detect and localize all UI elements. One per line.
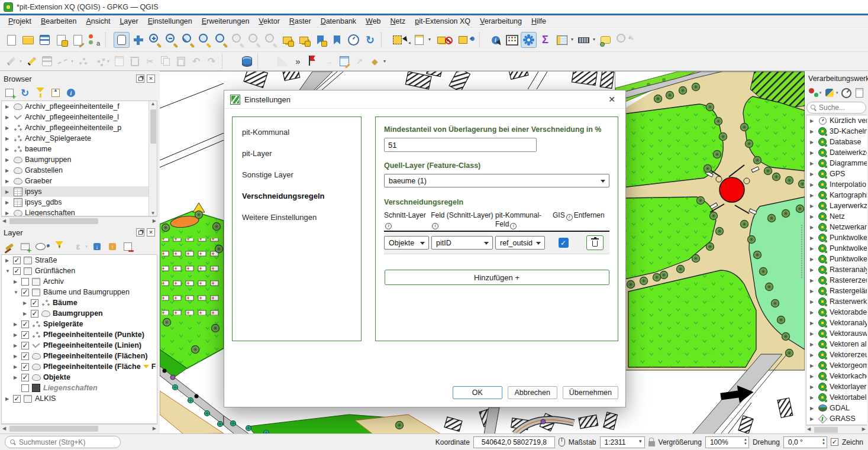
expand-arrow-icon[interactable]: ▶ [810, 310, 815, 315]
open-project-icon[interactable] [20, 32, 36, 48]
modify-attributes-icon[interactable] [112, 54, 127, 69]
layer-item[interactable]: ▼ Bäume und Baumgruppen [2, 287, 157, 297]
float-panel-icon[interactable] [136, 75, 144, 83]
expand-arrow-icon[interactable]: ▶ [810, 182, 815, 187]
toolbar-separator[interactable] [105, 33, 111, 47]
render-checkbox[interactable] [831, 438, 838, 446]
processing-group-item[interactable]: ▶ Vektorkache [806, 371, 867, 381]
expand-arrow-icon[interactable]: ▶ [810, 363, 815, 368]
select-by-form-icon[interactable] [411, 32, 427, 48]
browser-item[interactable]: ▶ Archiv_Spielgeraete [2, 133, 149, 144]
redo-icon[interactable] [204, 54, 219, 69]
expand-arrow-icon[interactable]: ▶ [23, 311, 28, 316]
close-panel-icon[interactable]: ✕ [147, 75, 155, 83]
layer-horizontal-scrollbar[interactable]: ◀▶ [1, 424, 157, 432]
add-selected-layers-icon[interactable] [2, 86, 17, 99]
processing-group-item[interactable]: ▶ Kartographi [806, 190, 867, 200]
apply-button[interactable]: Übernehmen [563, 386, 618, 399]
expand-arrow-icon[interactable]: ▶ [810, 129, 815, 134]
attribute-table-icon[interactable] [554, 32, 570, 48]
new-print-layout-icon[interactable] [53, 32, 69, 48]
expand-arrow-icon[interactable]: ▶ [14, 375, 19, 380]
processing-group-item[interactable]: ▶ Interpolatio [806, 179, 867, 190]
toolbar-separator[interactable] [381, 33, 386, 47]
expand-arrow-icon[interactable]: ▶ [810, 257, 815, 262]
schnitt-layer-select[interactable]: Objekte [384, 236, 429, 250]
menu-item[interactable]: Verarbeitung [475, 16, 527, 27]
layer-item[interactable]: ▶ Archiv [2, 276, 157, 287]
show-bookmarks-icon[interactable] [329, 32, 345, 48]
info-icon[interactable] [432, 223, 438, 229]
processing-group-item[interactable]: ▶ Vektorlayeri [806, 381, 867, 392]
metasearch-icon[interactable] [614, 32, 630, 48]
coordinate-input[interactable]: 540642,0 5802719,8 [473, 436, 555, 448]
processing-group-item[interactable]: ▶ Vektorgeom [806, 360, 867, 371]
expand-arrow-icon[interactable]: ▼ [14, 290, 19, 295]
processing-group-item[interactable]: ▶ Netz [806, 211, 867, 222]
collapse-all-icon[interactable] [105, 240, 120, 253]
layer-visibility-checkbox[interactable] [21, 384, 29, 392]
python-models-icon[interactable] [824, 86, 835, 99]
layer-item[interactable]: ▶ Pflegeeinheitenteile (Fläche F [2, 361, 157, 372]
layer-item[interactable]: ▶ Straße [2, 255, 157, 266]
paste-features-icon[interactable] [173, 54, 188, 69]
toolbox-options-icon[interactable] [807, 86, 819, 99]
menu-item[interactable]: Datenbank [316, 16, 361, 27]
browser-item[interactable]: ▶ ipsys_gdbs [2, 197, 149, 208]
manage-map-themes-icon[interactable] [33, 240, 47, 253]
statistical-summary-icon[interactable] [504, 32, 520, 48]
layer-item[interactable]: ▶ Objekte [2, 372, 157, 383]
layer-styling-icon[interactable] [2, 240, 17, 253]
processing-group-item[interactable]: ▶ Dateiwerkze [806, 147, 867, 158]
expand-arrow-icon[interactable]: ▶ [810, 118, 815, 124]
expand-arrow-icon[interactable]: ▶ [810, 203, 815, 209]
expand-arrow-icon[interactable]: ▶ [810, 171, 815, 177]
pit-resize-icon[interactable] [352, 54, 367, 69]
expand-arrow-icon[interactable]: ▶ [810, 374, 815, 379]
copy-features-icon[interactable] [158, 54, 173, 69]
source-layer-select[interactable]: baeume (1) [384, 174, 609, 187]
new-spatial-bookmark-icon[interactable] [312, 32, 328, 48]
processing-search[interactable] [806, 102, 866, 114]
map-tips-icon[interactable] [598, 32, 614, 48]
expand-arrow-icon[interactable]: ▶ [810, 416, 815, 422]
processing-group-item[interactable]: ▶ Rasteranaly [806, 264, 867, 275]
processing-group-item[interactable]: ▶ 3D-Kacheln [806, 126, 867, 137]
zoom-next-icon[interactable] [263, 32, 279, 48]
layer-item[interactable]: ▶ Pflegeeinheitenteile (Linien) [2, 340, 157, 351]
undo-icon[interactable] [189, 54, 204, 69]
expand-arrow-icon[interactable]: ▶ [810, 342, 815, 347]
expand-arrow-icon[interactable]: ▶ [810, 267, 815, 273]
expand-arrow-icon[interactable]: ▶ [810, 299, 815, 305]
dialog-nav-item[interactable]: pit-Kommunal [242, 128, 351, 137]
expand-arrow-icon[interactable]: ▶ [810, 140, 815, 145]
dialog-nav-item[interactable]: Verschneidungsregeln [242, 192, 351, 200]
select-by-location-icon[interactable] [455, 32, 471, 48]
expand-arrow-icon[interactable]: ▶ [810, 235, 815, 241]
expand-arrow-icon[interactable]: ▶ [810, 214, 815, 219]
processing-group-item[interactable]: ▶ Layerwerkze [806, 200, 867, 211]
layer-item[interactable]: ▶ Baumgruppen [2, 308, 157, 319]
processing-group-item[interactable]: ▶ Vektoranaly [806, 318, 867, 328]
processing-group-item[interactable]: ▶ Rastergelän [806, 286, 867, 296]
menu-item[interactable]: Ansicht [81, 16, 115, 27]
vertex-tool-icon[interactable] [91, 54, 106, 69]
processing-group-item[interactable]: ▶ Vektoren all [806, 339, 867, 349]
add-rule-button[interactable]: Hinzufügen + [385, 270, 609, 285]
add-group-icon[interactable] [18, 240, 32, 253]
lock-scale-icon[interactable] [648, 441, 655, 446]
expand-arrow-icon[interactable]: ▶ [5, 104, 11, 109]
expand-arrow-icon[interactable]: ▶ [810, 289, 815, 294]
rotation-spinbox[interactable]: 0,0 °▲▼ [783, 436, 827, 448]
layer-visibility-checkbox[interactable] [31, 310, 38, 318]
menu-item[interactable]: Einstellungen [143, 16, 197, 27]
identify-features-icon[interactable] [488, 32, 504, 48]
refresh-browser-icon[interactable] [18, 86, 32, 99]
dialog-nav-item[interactable]: Weitere Einstellungen [242, 213, 351, 222]
pan-map-icon[interactable] [114, 32, 130, 48]
expand-arrow-icon[interactable]: ▶ [810, 406, 815, 411]
feld-select[interactable]: pitID [431, 236, 493, 250]
style-manager-icon[interactable] [86, 32, 102, 48]
layer-item[interactable]: Liegenschaften [2, 383, 157, 393]
expand-arrow-icon[interactable]: ▶ [5, 211, 11, 216]
